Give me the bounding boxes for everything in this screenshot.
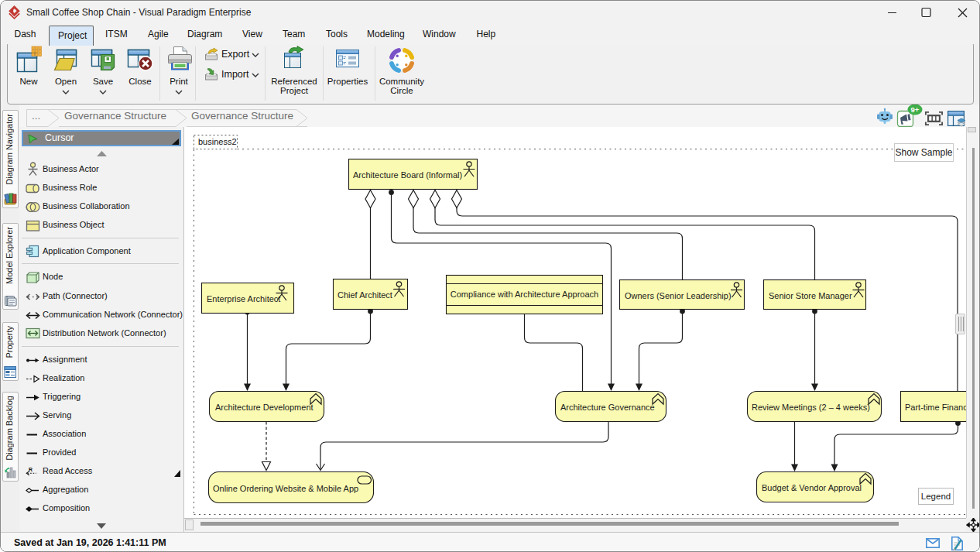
svg-text:9+: 9+ <box>911 105 920 114</box>
svg-text:business2: business2 <box>198 137 237 146</box>
svg-text:Part-time Financi: Part-time Financi <box>905 403 966 412</box>
svg-text:Review Meetings (2 – 4 weeks): Review Meetings (2 – 4 weeks) <box>752 403 870 412</box>
svg-text:Compliance with Architecture A: Compliance with Architecture Approach <box>451 290 598 299</box>
svg-text:Enterprise Architect: Enterprise Architect <box>207 294 280 303</box>
svg-text:Architecture Development: Architecture Development <box>215 403 314 412</box>
svg-text:Owners (Senior Leadership): Owners (Senior Leadership) <box>625 291 732 300</box>
svg-text:Architecture Board (Informal): Architecture Board (Informal) <box>353 170 462 180</box>
svg-text:Senior Store Manager: Senior Store Manager <box>769 291 852 300</box>
svg-text:Architecture Governance: Architecture Governance <box>560 403 655 412</box>
svg-text:Online Ordering Website & Mobi: Online Ordering Website & Mobile App <box>213 484 358 493</box>
svg-text:Budget & Vendor Approval: Budget & Vendor Approval <box>762 483 862 492</box>
svg-text:Chief Architect: Chief Architect <box>338 290 392 300</box>
